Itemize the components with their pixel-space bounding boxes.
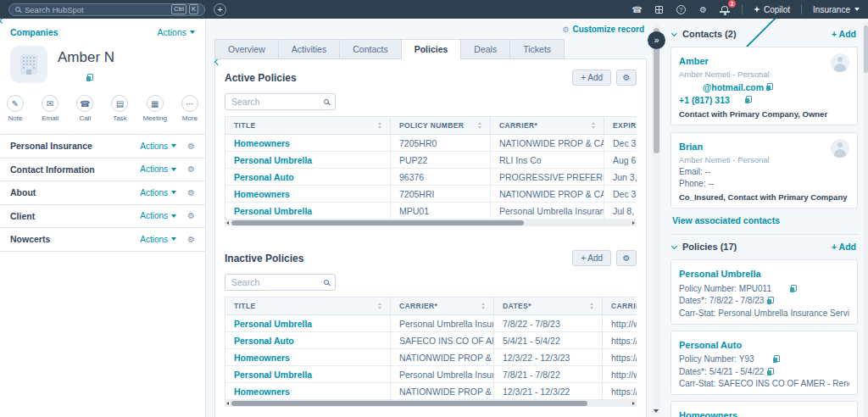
sidebar-sections: Personal Insurance Actions ⚙ Contact Inf… — [0, 134, 205, 252]
calling-icon[interactable]: ☎ — [632, 4, 643, 15]
copy-icon[interactable] — [790, 285, 797, 292]
associations-panel: Contacts (2) + Add Amber Amber Nemeti - … — [670, 19, 863, 417]
copy-icon[interactable] — [766, 83, 773, 91]
copy-icon[interactable] — [767, 297, 774, 304]
policy-title-link[interactable]: Personal Auto — [234, 172, 294, 182]
quick-action[interactable]: ▦ Meeting — [142, 95, 166, 122]
active-policies-title: Active Policies — [225, 72, 572, 84]
copy-icon[interactable] — [773, 355, 780, 363]
contact-name-link[interactable]: Amber — [679, 56, 709, 66]
contact-phone-empty: Phone: -- — [679, 179, 849, 188]
tab-overview[interactable]: Overview — [214, 39, 278, 59]
tab-tickets[interactable]: Tickets — [509, 39, 565, 59]
marketplace-icon[interactable] — [654, 4, 665, 15]
back-to-companies-link[interactable]: Companies — [10, 27, 58, 37]
copy-icon[interactable] — [745, 96, 752, 103]
section-client[interactable]: Client Actions ⚙ — [0, 205, 205, 229]
tab-deals[interactable]: Deals — [460, 39, 509, 59]
column-header[interactable]: CARRIER LINK — [603, 297, 637, 314]
policy-title-link[interactable]: Homeowners — [234, 189, 290, 199]
policy-title-link[interactable]: Personal Auto — [234, 336, 294, 346]
column-header[interactable]: CARRIER* — [491, 117, 604, 134]
section-personal-insurance[interactable]: Personal Insurance Actions ⚙ — [0, 135, 205, 158]
policy-title-link[interactable]: Personal Auto — [679, 340, 742, 350]
account-menu[interactable]: Insurance — [813, 5, 860, 14]
add-policy-link[interactable]: + Add — [832, 242, 856, 252]
chevron-down-icon[interactable] — [671, 242, 677, 248]
customize-record-link[interactable]: ⚙ Customize record — [562, 25, 644, 34]
column-header[interactable]: DATES* — [494, 297, 603, 314]
quick-action[interactable]: ✎ Note — [3, 95, 27, 122]
carrier-cell: Personal Umbrella Insurance... — [391, 366, 494, 382]
tab-activities[interactable]: Activities — [278, 39, 339, 59]
scrollbar-thumb[interactable] — [231, 220, 524, 225]
chevron-left-icon[interactable] — [214, 58, 221, 65]
tab-contacts[interactable]: Contacts — [339, 39, 400, 59]
inactive-policies-search-input[interactable]: Search — [225, 274, 336, 291]
horizontal-scrollbar[interactable] — [225, 400, 637, 407]
add-contact-link[interactable]: + Add — [832, 29, 856, 39]
section-contact-information[interactable]: Contact Information Actions ⚙ — [0, 158, 205, 182]
policy-title-link[interactable]: Personal Umbrella — [234, 370, 312, 380]
view-associated-contacts-link[interactable]: View associated contacts — [672, 215, 856, 225]
settings-gear-icon[interactable]: ⚙ — [698, 4, 709, 15]
section-settings-gear-icon[interactable]: ⚙ — [187, 235, 195, 244]
section-about[interactable]: About Actions ⚙ — [0, 181, 205, 205]
section-settings-gear-icon[interactable]: ⚙ — [187, 164, 195, 174]
help-icon[interactable]: ? — [676, 4, 687, 15]
collapse-right-panel-button[interactable]: » — [648, 31, 665, 49]
search-icon — [15, 7, 20, 12]
contact-email-link[interactable]: @hotmail.com — [703, 82, 764, 92]
inactive-table-settings-button[interactable]: ⚙ — [616, 250, 637, 266]
policy-title-link[interactable]: Personal Umbrella — [234, 155, 312, 165]
quick-action[interactable]: ✉ Email — [38, 95, 62, 122]
scrollbar-thumb[interactable] — [231, 401, 587, 406]
column-header[interactable]: POLICY NUMBER — [391, 117, 491, 134]
section-actions-menu[interactable]: Actions — [140, 235, 176, 244]
contact-name-link[interactable]: Brian — [679, 142, 703, 152]
record-actions-menu[interactable]: Actions — [158, 27, 195, 37]
quick-action-label: More — [178, 114, 202, 122]
section-actions-menu[interactable]: Actions — [140, 142, 176, 151]
column-header[interactable]: TITLE — [225, 297, 391, 314]
chevron-down-icon[interactable] — [671, 30, 677, 36]
section-settings-gear-icon[interactable]: ⚙ — [187, 211, 195, 220]
section-nowcerts[interactable]: Nowcerts Actions ⚙ — [0, 228, 205, 252]
copilot-button[interactable]: Copilot — [754, 5, 790, 14]
column-header[interactable]: CARRIER* — [391, 297, 494, 314]
policy-title-link[interactable]: Homeowners — [234, 138, 290, 148]
policy-title-link[interactable]: Homeowners — [679, 410, 737, 417]
tab-policies[interactable]: Policies — [401, 39, 461, 59]
global-search-input[interactable]: Search HubSpot CtrlK — [8, 3, 205, 16]
quick-action[interactable]: ▤ Task — [108, 95, 131, 122]
contact-phone-link[interactable]: +1 (817) 313 — [679, 95, 730, 105]
policy-title-link[interactable]: Personal Umbrella — [234, 206, 312, 216]
add-inactive-policy-button[interactable]: + Add — [572, 250, 611, 266]
quick-action[interactable]: ☎ Call — [73, 95, 97, 122]
inactive-policy-row: Homeowners NATIONWIDE PROP & CAS I... 12… — [225, 349, 637, 366]
main-vertical-scrollbar[interactable] — [652, 24, 660, 415]
horizontal-scrollbar[interactable] — [225, 220, 637, 226]
scrollbar-thumb[interactable] — [864, 25, 868, 73]
add-active-policy-button[interactable]: + Add — [572, 70, 611, 86]
section-actions-menu[interactable]: Actions — [140, 188, 176, 197]
section-settings-gear-icon[interactable]: ⚙ — [187, 142, 195, 151]
column-header[interactable]: TITLE — [225, 117, 391, 134]
section-actions-menu[interactable]: Actions — [140, 211, 176, 220]
section-settings-gear-icon[interactable]: ⚙ — [187, 188, 195, 197]
section-actions-menu[interactable]: Actions — [140, 164, 176, 174]
active-policies-search-input[interactable]: Search — [225, 93, 336, 110]
copy-icon[interactable] — [86, 74, 93, 81]
policy-title-link[interactable]: Personal Umbrella — [679, 269, 761, 279]
policy-title-link[interactable]: Homeowners — [234, 386, 290, 397]
scroll-down-arrow-icon[interactable] — [654, 409, 659, 413]
page-vertical-scrollbar[interactable] — [863, 22, 868, 417]
policy-title-link[interactable]: Personal Umbrella — [234, 319, 312, 329]
notifications-bell-icon[interactable]: 2 — [720, 4, 731, 15]
copy-icon[interactable] — [767, 368, 774, 375]
quick-action[interactable]: ⋯ More — [178, 95, 202, 122]
active-table-settings-button[interactable]: ⚙ — [616, 70, 637, 86]
policy-title-link[interactable]: Homeowners — [234, 353, 290, 363]
column-header[interactable]: EXPIRATION — [604, 117, 637, 134]
quick-create-button[interactable]: + — [214, 3, 226, 16]
